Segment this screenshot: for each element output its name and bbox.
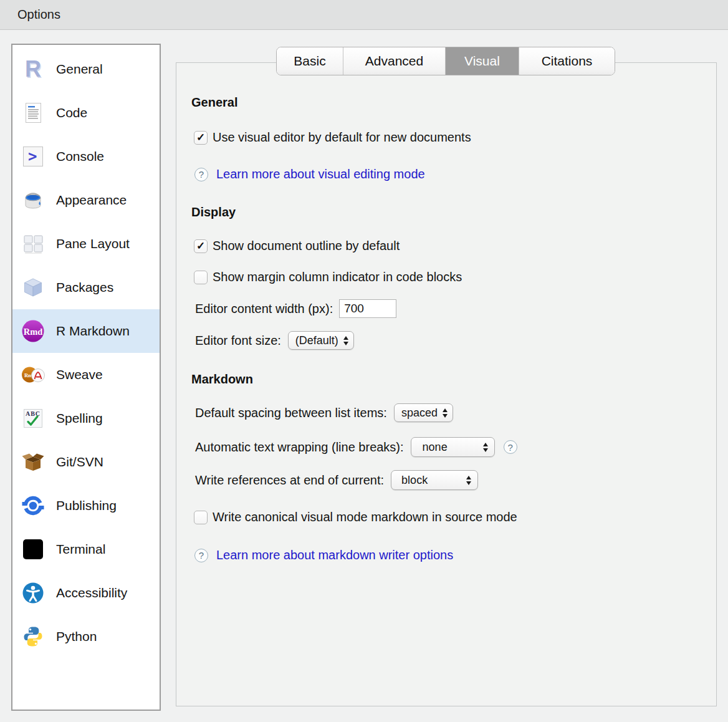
sidebar-item-publishing[interactable]: Publishing — [12, 484, 160, 527]
row-editor-font-size: Editor font size: (Default) — [195, 331, 354, 350]
help-icon[interactable] — [194, 549, 208, 562]
sidebar-item-label: General — [56, 62, 103, 77]
sidebar-item-label: Publishing — [56, 498, 117, 513]
sidebar-item-appearance[interactable]: Appearance — [12, 178, 160, 222]
check-mark-icon: ✓ — [196, 241, 205, 251]
tab-basic[interactable]: Basic — [277, 47, 343, 75]
sidebar-item-code[interactable]: Code — [12, 91, 160, 135]
window-title: Options — [17, 7, 60, 22]
sidebar-item-label: Code — [56, 105, 87, 120]
list-spacing-label: Default spacing between list items: — [195, 406, 387, 420]
sidebar-item-label: Git/SVN — [56, 455, 103, 469]
help-icon[interactable] — [194, 168, 208, 181]
stepper-arrows-icon — [343, 336, 348, 345]
git-box-icon — [21, 450, 46, 474]
editing-tabs: Basic Advanced Visual Citations — [276, 47, 615, 75]
sidebar-item-accessibility[interactable]: Accessibility — [12, 571, 160, 615]
canonical-markdown-checkbox[interactable]: ✓ — [194, 511, 208, 524]
row-learn-markdown-writer: Learn more about markdown writer options — [194, 548, 453, 562]
sidebar-item-label: Packages — [56, 280, 113, 295]
use-visual-editor-checkbox[interactable]: ✓ — [194, 131, 208, 145]
sidebar-item-label: Python — [56, 629, 97, 644]
sidebar-item-label: Pane Layout — [56, 236, 130, 251]
help-icon[interactable] — [504, 440, 517, 454]
python-logo-icon — [21, 624, 46, 649]
sidebar-item-label: Appearance — [56, 193, 127, 208]
rmarkdown-badge-icon: Rmd — [21, 319, 46, 344]
console-prompt-icon: > — [21, 144, 46, 169]
sidebar-item-label: Sweave — [56, 367, 103, 382]
sidebar-item-packages[interactable]: Packages — [12, 266, 160, 309]
window-titlebar: Options — [0, 0, 728, 30]
show-margin-checkbox[interactable]: ✓ — [194, 271, 208, 284]
editor-font-size-label: Editor font size: — [195, 334, 281, 348]
row-editor-content-width: Editor content width (px): — [195, 299, 396, 318]
code-document-icon — [21, 100, 46, 125]
tab-citations[interactable]: Citations — [519, 47, 615, 75]
sidebar-item-label: Console — [56, 149, 104, 164]
row-show-margin: ✓ Show margin column indicator in code b… — [194, 270, 462, 284]
svg-text:Rmd: Rmd — [24, 327, 43, 337]
package-cube-icon — [21, 275, 46, 300]
spellcheck-icon: ABC — [21, 406, 46, 431]
sidebar-item-python[interactable]: Python — [12, 615, 160, 658]
sidebar-item-spelling[interactable]: ABC Spelling — [12, 397, 160, 440]
stepper-arrows-icon — [466, 476, 471, 485]
r-logo-icon: R — [21, 57, 46, 82]
row-text-wrapping: Automatic text wrapping (line breaks): n… — [195, 437, 517, 457]
sidebar-item-git-svn[interactable]: Git/SVN — [12, 440, 160, 484]
sidebar-item-pane-layout[interactable]: Pane Layout — [12, 222, 160, 266]
row-write-references: Write references at end of current: bloc… — [195, 470, 478, 490]
options-content-panel: General ✓ Use visual editor by default f… — [176, 62, 717, 706]
paint-can-icon — [21, 188, 46, 213]
sidebar-item-sweave[interactable]: Rnw Sweave — [12, 353, 160, 397]
use-visual-editor-label: Use visual editor by default for new doc… — [213, 130, 471, 145]
sidebar-item-console[interactable]: > Console — [12, 135, 160, 178]
write-references-label: Write references at end of current: — [195, 473, 384, 488]
section-heading-markdown: Markdown — [191, 372, 253, 387]
section-heading-general: General — [191, 95, 237, 110]
publishing-connect-icon — [21, 493, 46, 518]
sidebar-item-label: Spelling — [56, 411, 103, 426]
learn-visual-editing-link[interactable]: Learn more about visual editing mode — [216, 167, 425, 181]
editor-font-size-select[interactable]: (Default) — [288, 331, 354, 350]
options-sidebar: R General Code > Console — [11, 44, 161, 711]
accessibility-person-icon — [21, 580, 46, 605]
row-learn-visual-editing: Learn more about visual editing mode — [194, 167, 425, 181]
sidebar-item-label: R Markdown — [56, 324, 130, 339]
tab-advanced[interactable]: Advanced — [343, 47, 446, 75]
text-wrapping-label: Automatic text wrapping (line breaks): — [195, 440, 404, 455]
check-mark-icon: ✓ — [196, 132, 205, 143]
selected-value: block — [401, 474, 428, 487]
selected-value: (Default) — [295, 334, 338, 347]
svg-text:>: > — [28, 148, 37, 165]
show-margin-label: Show margin column indicator in code blo… — [213, 270, 462, 284]
write-references-select[interactable]: block — [391, 470, 478, 490]
row-list-spacing: Default spacing between list items: spac… — [195, 403, 453, 422]
sidebar-item-label: Terminal — [56, 542, 105, 557]
selected-value: none — [423, 441, 448, 454]
section-heading-display: Display — [191, 205, 236, 219]
sidebar-item-terminal[interactable]: Terminal — [12, 527, 160, 571]
stepper-arrows-icon — [443, 408, 448, 418]
sidebar-item-r-markdown[interactable]: Rmd R Markdown — [12, 309, 160, 353]
list-spacing-select[interactable]: spaced — [394, 403, 453, 422]
show-outline-checkbox[interactable]: ✓ — [194, 239, 208, 253]
sweave-pdf-badge-icon: Rnw — [21, 362, 46, 387]
editor-content-width-input[interactable] — [339, 299, 396, 318]
selected-value: spaced — [401, 407, 438, 420]
canonical-markdown-label: Write canonical visual mode markdown in … — [213, 510, 517, 524]
sidebar-item-label: Accessibility — [56, 585, 127, 600]
row-use-visual-editor: ✓ Use visual editor by default for new d… — [194, 130, 471, 145]
pane-grid-icon — [21, 231, 46, 256]
sidebar-item-general[interactable]: R General — [12, 47, 160, 91]
text-wrapping-select[interactable]: none — [411, 437, 495, 457]
terminal-square-icon — [21, 537, 46, 562]
show-outline-label: Show document outline by default — [213, 239, 400, 253]
editor-content-width-label: Editor content width (px): — [195, 302, 333, 316]
learn-markdown-writer-link[interactable]: Learn more about markdown writer options — [216, 548, 453, 562]
stepper-arrows-icon — [483, 443, 488, 452]
tab-visual[interactable]: Visual — [446, 47, 519, 75]
row-show-outline: ✓ Show document outline by default — [194, 239, 400, 253]
row-canonical-markdown: ✓ Write canonical visual mode markdown i… — [194, 510, 517, 524]
